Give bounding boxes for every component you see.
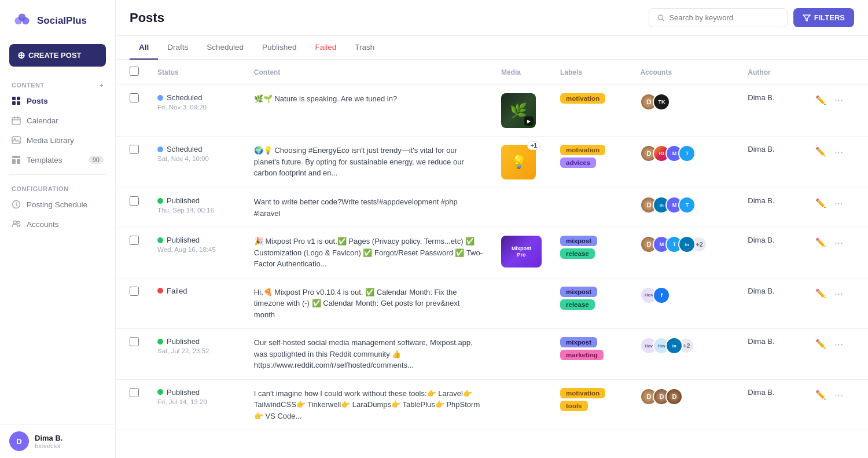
table-row: Failed Hi,🍕 Mixpost Pro v0.10.4 is out. …	[116, 278, 868, 329]
status-cell: Published Fri, Jul 14, 13:20	[148, 379, 245, 430]
status-date: Thu, Sep 14, 00:16	[157, 207, 236, 214]
status-date: Fri, Nov 3, 09:20	[157, 104, 236, 111]
content-text: 🌿🌱 Nature is speaking. Are we tuned in?	[254, 93, 483, 105]
edit-button[interactable]: ✏️	[813, 145, 829, 158]
select-all-checkbox[interactable]	[130, 67, 139, 76]
media-cell	[492, 278, 551, 329]
svg-rect-3	[12, 97, 16, 100]
avatar: D	[9, 431, 29, 451]
avatar-stack: Hov Hov in +2	[640, 337, 729, 354]
sidebar-item-media-library[interactable]: Media Library	[0, 130, 115, 150]
tab-drafts[interactable]: Drafts	[158, 36, 197, 60]
table-row: Scheduled Fri, Nov 3, 09:20 🌿🌱 Nature is…	[116, 85, 868, 137]
more-button[interactable]: ⋯	[832, 145, 845, 158]
row-checkbox[interactable]	[130, 145, 139, 154]
header-actions: FILTERS	[649, 8, 854, 27]
col-status: Status	[148, 60, 245, 85]
sidebar-item-posting-schedule[interactable]: Posting Schedule	[0, 195, 115, 214]
status-label: Published	[167, 388, 200, 397]
row-checkbox[interactable]	[130, 388, 139, 397]
media-thumbnail[interactable]: 🌿 ▶	[501, 93, 536, 128]
col-media: Media	[492, 60, 551, 85]
sidebar-item-calendar[interactable]: Calendar	[0, 111, 115, 130]
main-header: Posts FILTERS	[116, 0, 868, 36]
create-post-button[interactable]: ⊕ CREATE POST	[9, 44, 106, 67]
content-cell: Want to write better code?Write tests!#a…	[245, 188, 492, 228]
edit-button[interactable]: ✏️	[813, 196, 829, 210]
status-cell: Scheduled Fri, Nov 3, 09:20	[148, 85, 245, 137]
avatar-stack: D M T in +2	[640, 236, 729, 253]
search-input[interactable]	[669, 13, 778, 22]
content-text: Hi,🍕 Mixpost Pro v0.10.4 is out. ✅ Calen…	[254, 287, 483, 321]
labels-cell: mixpost release	[551, 278, 631, 329]
label-tag: release	[560, 299, 595, 310]
edit-button[interactable]: ✏️	[813, 337, 829, 350]
edit-button[interactable]: ✏️	[813, 93, 829, 107]
status-label: Published	[167, 236, 200, 244]
tab-trash[interactable]: Trash	[345, 36, 384, 60]
more-button[interactable]: ⋯	[832, 236, 845, 249]
row-checkbox[interactable]	[130, 93, 139, 102]
media-cell: MixpostPro	[492, 228, 551, 279]
labels-cell: motivation	[551, 85, 631, 137]
labels-cell: motivation advices	[551, 137, 631, 188]
edit-button[interactable]: ✏️	[813, 236, 829, 249]
content-cell: Hi,🍕 Mixpost Pro v0.10.4 is out. ✅ Calen…	[245, 278, 492, 329]
user-profile[interactable]: D Dima B. Inovector	[0, 424, 115, 458]
more-button[interactable]: ⋯	[832, 93, 845, 107]
label-tag: motivation	[560, 145, 605, 155]
user-info: Dima B. Inovector	[35, 434, 62, 449]
more-button[interactable]: ⋯	[832, 287, 845, 300]
more-button[interactable]: ⋯	[832, 196, 845, 210]
config-section-label: Configuration	[0, 179, 115, 195]
tabs-bar: All Drafts Scheduled Published Failed Tr…	[116, 36, 868, 60]
sidebar-item-accounts[interactable]: Accounts	[0, 214, 115, 234]
status-cell: Published Wed, Aug 16, 18:45	[148, 228, 245, 279]
row-checkbox[interactable]	[130, 337, 139, 346]
table-row: Published Sat, Jul 22, 23:52 Our self-ho…	[116, 329, 868, 380]
users-icon	[12, 219, 21, 229]
more-button[interactable]: ⋯	[832, 388, 845, 401]
labels-cell: motivation tools	[551, 379, 631, 430]
status-date: Wed, Aug 16, 18:45	[157, 246, 236, 253]
tab-published[interactable]: Published	[253, 36, 306, 60]
content-text: Want to write better code?Write tests!#a…	[254, 196, 483, 219]
tab-failed[interactable]: Failed	[306, 36, 345, 60]
media-plus-badge: +1	[527, 141, 540, 150]
media-cell: 🌿 ▶	[492, 85, 551, 137]
label-tag: motivation	[560, 388, 605, 398]
search-box[interactable]	[649, 8, 788, 27]
tab-all[interactable]: All	[130, 36, 158, 60]
label-tag: motivation	[560, 93, 605, 104]
media-thumbnail[interactable]: MixpostPro	[501, 236, 542, 268]
status-cell: Scheduled Sat, Nov 4, 10:00	[148, 137, 245, 188]
sidebar-item-posts[interactable]: Posts	[0, 91, 115, 111]
accounts-cell: D D D	[631, 379, 738, 430]
media-thumbnail[interactable]: 💡	[501, 145, 536, 179]
tab-scheduled[interactable]: Scheduled	[197, 36, 253, 60]
status-label: Failed	[167, 287, 187, 295]
status-cell: Published Thu, Sep 14, 00:16	[148, 188, 245, 228]
content-text: Our self-hosted social media management …	[254, 337, 483, 371]
accounts-cell: D M T in +2	[631, 228, 738, 279]
actions-cell: ✏️ ⋯	[804, 329, 868, 380]
posts-table-container: Status Content Media Labels Accounts Aut…	[116, 60, 868, 458]
row-checkbox[interactable]	[130, 196, 139, 206]
row-checkbox[interactable]	[130, 236, 139, 245]
edit-button[interactable]: ✏️	[813, 388, 829, 401]
svg-line-20	[662, 19, 664, 21]
actions-cell: ✏️ ⋯	[804, 188, 868, 228]
content-text: I can't imagine how I could work without…	[254, 388, 483, 422]
add-content-icon[interactable]: +	[100, 82, 104, 89]
edit-button[interactable]: ✏️	[813, 287, 829, 300]
avatar-stack: D IG M T	[640, 145, 729, 162]
label-tag: mixpost	[560, 236, 597, 246]
row-checkbox[interactable]	[130, 287, 139, 296]
content-section-header: Content +	[0, 76, 115, 91]
more-button[interactable]: ⋯	[832, 337, 845, 350]
sidebar-item-templates[interactable]: Templates 90	[0, 150, 115, 170]
filters-button[interactable]: FILTERS	[793, 8, 854, 27]
plus-circle-icon: ⊕	[17, 50, 25, 61]
status-date: Sat, Jul 22, 23:52	[157, 347, 236, 354]
label-tag: mixpost	[560, 287, 597, 297]
